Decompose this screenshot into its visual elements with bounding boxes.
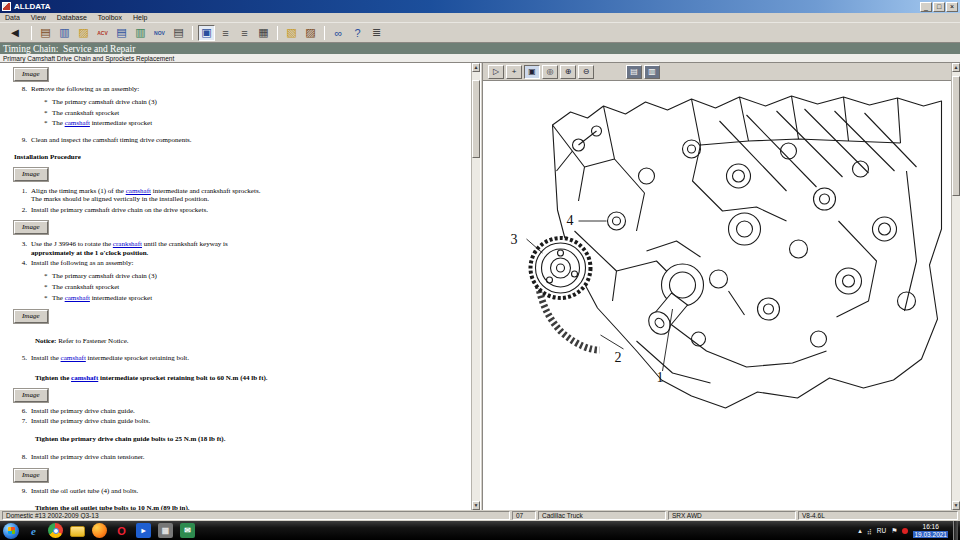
article-icon[interactable]: ▤ (113, 25, 130, 41)
close-button[interactable]: × (946, 2, 958, 12)
align-right-icon[interactable]: ≡ (236, 25, 253, 41)
camshaft-link[interactable]: camshaft (126, 187, 151, 195)
step: 1. Align the timing marks (1) of the cam… (14, 187, 465, 205)
toolbar-separator (31, 26, 32, 40)
zoom-in-icon[interactable]: ⊕ (560, 65, 576, 79)
image-button[interactable]: Image (14, 469, 48, 482)
camshaft-link[interactable]: camshaft (71, 374, 98, 382)
nov-logo-icon[interactable]: NOV (151, 25, 168, 41)
step-number: 3. (14, 240, 31, 258)
tray-date: 19.03.2021 (913, 531, 948, 538)
image-frame-icon[interactable]: ▣ (198, 25, 215, 41)
help-icon[interactable]: ? (349, 25, 366, 41)
taskbar: e O ▸ ▦ ✉ ▴ ⣴ RU ⚑ 16:16 19.03.2021 (0, 521, 960, 540)
taskbar-chrome-icon[interactable] (48, 523, 63, 538)
diagram-canvas[interactable]: 3 4 2 1 (483, 81, 951, 510)
action-center-flag-icon[interactable]: ⚑ (891, 527, 897, 535)
step: 6. Install the primary drive chain guide… (14, 407, 465, 416)
scroll-up-icon[interactable]: ▲ (472, 63, 480, 72)
zoom-out-icon[interactable]: ⊖ (578, 65, 594, 79)
callout-4: 4 (567, 213, 574, 228)
repair-book-icon[interactable]: ▤ (37, 25, 54, 41)
scroll-down-icon[interactable]: ▼ (952, 501, 960, 510)
clipboard-icon[interactable]: ▧ (283, 25, 300, 41)
minimize-button[interactable]: _ (920, 2, 932, 12)
zoom-dynamic-icon[interactable]: ◎ (542, 65, 558, 79)
image-button[interactable]: Image (14, 221, 48, 234)
print-icon[interactable]: ≣ (368, 25, 385, 41)
show-desktop-button[interactable] (953, 521, 958, 540)
camshaft-link[interactable]: camshaft (61, 354, 86, 362)
crankshaft-link[interactable]: crankshaft (113, 240, 142, 248)
image-button[interactable]: Image (14, 389, 48, 402)
scroll-down-icon[interactable]: ▼ (472, 501, 480, 510)
hidden-icons-arrow-icon[interactable]: ▴ (858, 527, 862, 535)
start-button[interactable] (3, 523, 19, 539)
step-number: 9. (14, 136, 31, 145)
menu-database[interactable]: Database (57, 14, 87, 21)
taskbar-media-player-icon[interactable]: ▸ (136, 523, 151, 538)
align-left-icon[interactable]: ≡ (217, 25, 234, 41)
step: 8. Remove the following as an assembly: (14, 85, 465, 94)
scroll-track[interactable] (952, 72, 960, 501)
acv-logo-icon[interactable]: ACV (94, 25, 111, 41)
link-icon[interactable]: ∞ (330, 25, 347, 41)
taskbar-opera-icon[interactable]: O (114, 523, 129, 538)
image-button[interactable]: Image (14, 310, 48, 323)
status-context: Domestic #13 2002-2009 Q3-13 (2, 511, 510, 520)
list-item: *The camshaft intermediate sprocket (44, 294, 465, 303)
scroll-track[interactable] (472, 72, 480, 501)
language-indicator[interactable]: RU (877, 527, 886, 534)
parts-icon[interactable]: ▨ (302, 25, 319, 41)
fit-page-icon[interactable]: ▤ (626, 65, 642, 79)
camshaft-link[interactable]: camshaft (65, 119, 90, 127)
clock[interactable]: 16:16 19.03.2021 (913, 523, 948, 538)
article-scrollbar[interactable]: ▲ ▼ (471, 63, 480, 510)
step-number: 2. (14, 206, 31, 215)
table-icon[interactable]: ▦ (255, 25, 272, 41)
main-toolbar: ◄ ▤ ▥ ▨ ACV ▤ ▥ NOV ▤ ▣ ≡ ≡ ▦ ▧ ▨ ∞ ? ≣ (0, 23, 960, 43)
callout-2: 2 (615, 350, 622, 365)
scroll-up-icon[interactable]: ▲ (952, 63, 960, 72)
status-make: Cadillac Truck (538, 511, 666, 520)
menu-view[interactable]: View (31, 14, 46, 21)
menu-toolbox[interactable]: Toolbox (98, 14, 122, 21)
window-title: ALLDATA (14, 2, 51, 11)
list-item: *The primary camshaft drive chain (3) (44, 98, 465, 107)
network-icon[interactable]: ⣴ (867, 527, 872, 535)
image-button[interactable]: Image (14, 68, 48, 81)
scroll-thumb[interactable] (952, 76, 960, 196)
image-scrollbar[interactable]: ▲ ▼ (951, 63, 960, 510)
list-item: *The crankshaft sprocket (44, 109, 465, 118)
maximize-button[interactable]: □ (933, 2, 945, 12)
step-number: 5. (14, 354, 31, 363)
step-text: Install the primary camshaft drive chain… (31, 206, 465, 215)
vehicle-folder-icon[interactable]: ▨ (75, 25, 92, 41)
torque-spec: Tighten the camshaft intermediate sprock… (35, 374, 465, 383)
taskbar-firefox-icon[interactable] (92, 523, 107, 538)
diagrams-icon[interactable]: ▥ (132, 25, 149, 41)
step: 5. Install the camshaft intermediate spr… (14, 354, 465, 363)
zoom-window-icon[interactable]: ▣ (524, 65, 540, 79)
engine-diagram: 3 4 2 1 (483, 81, 951, 510)
menu-data[interactable]: Data (5, 14, 20, 21)
zoom-select-icon[interactable]: ▷ (488, 65, 504, 79)
taskbar-explorer-icon[interactable] (70, 526, 85, 537)
actual-size-icon[interactable]: ▥ (644, 65, 660, 79)
assembly-list: *The primary camshaft drive chain (3) *T… (44, 98, 465, 128)
camshaft-link[interactable]: camshaft (65, 294, 90, 302)
notes-icon[interactable]: ▤ (170, 25, 187, 41)
alert-icon[interactable] (902, 528, 908, 534)
menu-help[interactable]: Help (133, 14, 147, 21)
image-button[interactable]: Image (14, 168, 48, 181)
estimator-book-icon[interactable]: ▥ (56, 25, 73, 41)
taskbar-internet-explorer-icon[interactable]: e (26, 523, 41, 538)
taskbar-control-panel-icon[interactable]: ▦ (158, 523, 173, 538)
status-year: 07 (512, 511, 536, 520)
pan-icon[interactable]: + (506, 65, 522, 79)
titlebar: ALLDATA _ □ × (0, 0, 960, 13)
step-text: Clean and inspect the camshaft timing dr… (31, 136, 465, 145)
scroll-thumb[interactable] (472, 80, 480, 158)
taskbar-mail-icon[interactable]: ✉ (180, 523, 195, 538)
back-icon[interactable]: ◄ (4, 25, 26, 41)
